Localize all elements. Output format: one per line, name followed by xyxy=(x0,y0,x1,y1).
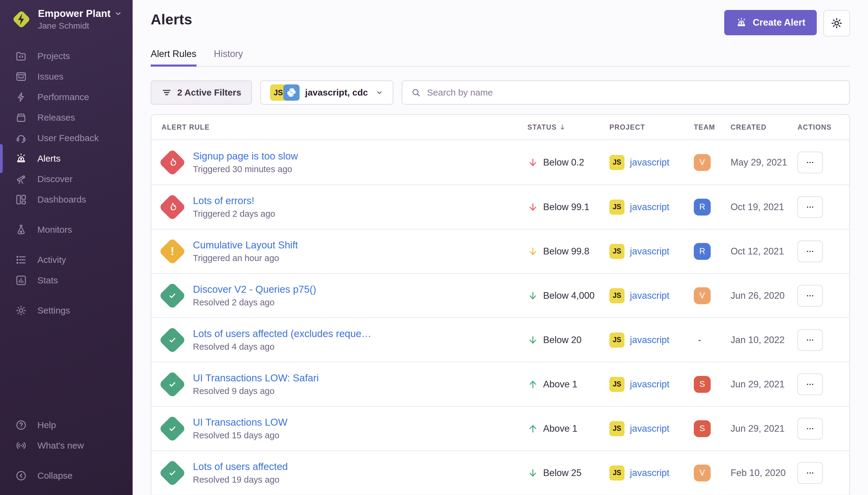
sidebar-item-stats[interactable]: Stats xyxy=(0,270,133,291)
sidebar-item-performance[interactable]: Performance xyxy=(0,87,133,107)
alert-rule-title-link[interactable]: UI Transactions LOW: Safari xyxy=(193,372,319,384)
created-date: Jun 29, 2021 xyxy=(731,379,784,390)
stats-chart-icon xyxy=(15,274,27,286)
sidebar-item-whats-new[interactable]: What's new xyxy=(0,435,133,456)
ellipsis-icon xyxy=(805,246,815,257)
column-header-created[interactable]: Created xyxy=(731,123,797,132)
status-threshold: Below 99.8 xyxy=(543,246,589,257)
discover-telescope-icon xyxy=(15,173,27,185)
row-actions-button[interactable] xyxy=(797,374,823,395)
sidebar-nav: Projects Issues Performance Releases Use… xyxy=(0,46,133,486)
issues-icon xyxy=(15,70,27,83)
check-icon xyxy=(167,467,178,479)
sidebar-item-releases[interactable]: Releases xyxy=(0,107,133,128)
sidebar-item-help[interactable]: Help xyxy=(0,415,133,435)
tab-history[interactable]: History xyxy=(214,49,243,66)
column-header-alert-rule[interactable]: Alert Rule xyxy=(161,123,527,132)
status-threshold: Above 1 xyxy=(543,423,577,434)
chevron-down-icon xyxy=(114,10,122,17)
tab-alert-rules[interactable]: Alert Rules xyxy=(151,49,196,66)
row-actions-button[interactable] xyxy=(797,152,823,173)
team-avatar: R xyxy=(694,243,711,260)
status-threshold: Below 0.2 xyxy=(543,157,584,168)
table-row: ! UI Transactions LOW: Safari Resolved 9… xyxy=(151,362,849,406)
sidebar-item-projects[interactable]: Projects xyxy=(0,46,133,66)
javascript-platform-icon: JS xyxy=(609,155,624,170)
project-link[interactable]: javascript xyxy=(630,202,670,212)
sidebar-item-monitors[interactable]: Monitors xyxy=(0,220,133,240)
sidebar-item-activity[interactable]: Activity xyxy=(0,250,133,270)
collapse-chevron-icon xyxy=(15,470,27,482)
alert-rule-title-link[interactable]: Lots of users affected (excludes reque… xyxy=(193,328,371,339)
releases-icon xyxy=(15,112,27,124)
project-link[interactable]: javascript xyxy=(630,246,670,257)
project-link[interactable]: javascript xyxy=(630,157,670,168)
table-row: ! Lots of users affected (excludes reque… xyxy=(151,318,849,362)
alert-rule-title-link[interactable]: Signup page is too slow xyxy=(193,150,298,162)
sidebar-item-alerts[interactable]: Alerts xyxy=(0,148,133,169)
ellipsis-icon xyxy=(805,202,815,212)
alert-rule-subtitle: Resolved 2 days ago xyxy=(193,297,316,307)
row-actions-button[interactable] xyxy=(797,329,823,351)
column-header-team[interactable]: Team xyxy=(694,123,731,132)
search-box xyxy=(402,81,850,105)
table-row: ! Lots of errors! Triggered 2 days ago B… xyxy=(151,185,849,229)
javascript-platform-icon: JS xyxy=(609,465,624,480)
table-row: ! Signup page is too slow Triggered 30 m… xyxy=(151,140,849,185)
alert-rule-title-link[interactable]: UI Transactions LOW xyxy=(193,416,288,428)
org-switcher[interactable]: Empower Plant Jane Schmidt xyxy=(0,8,133,31)
severity-icon: ! xyxy=(159,238,186,265)
created-date: Jun 29, 2021 xyxy=(731,423,784,434)
alert-rule-title-link[interactable]: Lots of errors! xyxy=(193,195,275,206)
project-link[interactable]: javascript xyxy=(630,290,670,301)
alert-settings-button[interactable] xyxy=(823,10,850,36)
created-date: Jan 10, 2022 xyxy=(731,335,784,345)
row-actions-button[interactable] xyxy=(797,285,823,307)
status-threshold: Below 4,000 xyxy=(543,290,595,301)
alert-rule-title-link[interactable]: Cumulative Layout Shift xyxy=(193,239,298,251)
table-header-row: Alert Rule Status Project Team Created A… xyxy=(151,115,849,140)
javascript-platform-icon: JS xyxy=(609,377,624,392)
alert-rule-subtitle: Resolved 4 days ago xyxy=(193,342,371,352)
team-avatar: V xyxy=(694,464,711,481)
project-link[interactable]: javascript xyxy=(630,335,670,345)
row-actions-button[interactable] xyxy=(797,196,823,218)
create-alert-button[interactable]: Create Alert xyxy=(724,10,817,35)
sidebar-item-user-feedback[interactable]: User Feedback xyxy=(0,128,133,148)
user-name: Jane Schmidt xyxy=(38,21,122,31)
ellipsis-icon xyxy=(805,468,815,478)
alert-rule-title-link[interactable]: Lots of users affected xyxy=(193,461,288,472)
status-threshold: Above 1 xyxy=(543,379,577,390)
python-platform-icon xyxy=(283,84,299,101)
row-actions-button[interactable] xyxy=(797,418,823,440)
severity-icon: ! xyxy=(159,459,186,487)
project-selector-dropdown[interactable]: JS javascript, cdc xyxy=(260,81,393,105)
alert-rule-title-link[interactable]: Discover V2 - Queries p75() xyxy=(193,284,316,295)
table-row: ! Cumulative Layout Shift Triggered an h… xyxy=(151,229,849,273)
team-avatar: S xyxy=(694,420,711,437)
search-input[interactable] xyxy=(427,87,841,98)
sidebar-item-dashboards[interactable]: Dashboards xyxy=(0,189,133,210)
sidebar-item-discover[interactable]: Discover xyxy=(0,169,133,189)
row-actions-button[interactable] xyxy=(797,462,823,484)
column-header-status[interactable]: Status xyxy=(527,123,609,132)
project-link[interactable]: javascript xyxy=(630,379,670,390)
check-icon xyxy=(167,423,178,434)
filter-icon xyxy=(161,87,172,98)
gear-icon xyxy=(830,17,843,30)
broadcast-icon xyxy=(15,440,27,451)
sidebar-item-settings[interactable]: Settings xyxy=(0,300,133,321)
sidebar-collapse-button[interactable]: Collapse xyxy=(0,465,133,486)
created-date: Oct 19, 2021 xyxy=(731,202,784,212)
active-filters-button[interactable]: 2 Active Filters xyxy=(151,81,252,105)
siren-icon xyxy=(736,17,747,28)
sidebar-item-issues[interactable]: Issues xyxy=(0,66,133,87)
sentry-org-logo-icon xyxy=(12,9,31,29)
trend-arrow-icon xyxy=(527,423,538,434)
trend-arrow-icon xyxy=(527,202,538,212)
project-link[interactable]: javascript xyxy=(630,467,670,478)
column-header-project[interactable]: Project xyxy=(609,123,694,132)
project-link[interactable]: javascript xyxy=(630,423,670,434)
row-actions-button[interactable] xyxy=(797,241,823,262)
javascript-platform-icon: JS xyxy=(609,288,624,303)
